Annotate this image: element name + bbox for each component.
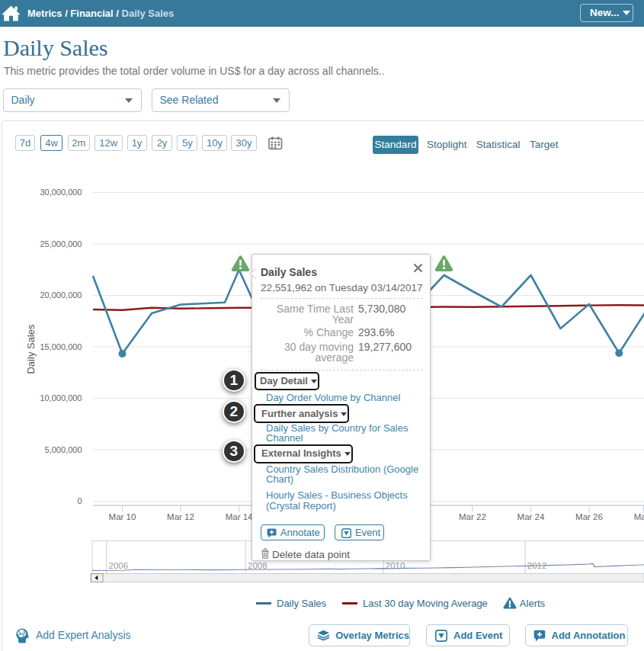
svg-text:10,000,000: 10,000,000 [40,393,82,402]
svg-text:Mar 14: Mar 14 [226,512,253,521]
svg-text:Daily Sales: Daily Sales [25,324,37,374]
svg-text:Mar 28: Mar 28 [634,512,644,521]
svg-text:2006: 2006 [109,561,129,570]
svg-text:30,000,000: 30,000,000 [40,188,82,197]
svg-text:20,000,000: 20,000,000 [40,290,82,300]
svg-text:Mar 10: Mar 10 [109,512,136,521]
svg-text:2008: 2008 [248,561,268,570]
svg-text:25,000,000: 25,000,000 [40,239,82,249]
svg-text:Mar 24: Mar 24 [517,512,545,521]
svg-text:Mar 26: Mar 26 [575,512,603,521]
svg-text:Mar 22: Mar 22 [459,512,486,521]
svg-text:5,000,000: 5,000,000 [45,445,82,454]
svg-text:15,000,000: 15,000,000 [40,342,82,351]
svg-text:Mar 12: Mar 12 [167,512,194,521]
svg-text:0: 0 [77,496,82,505]
